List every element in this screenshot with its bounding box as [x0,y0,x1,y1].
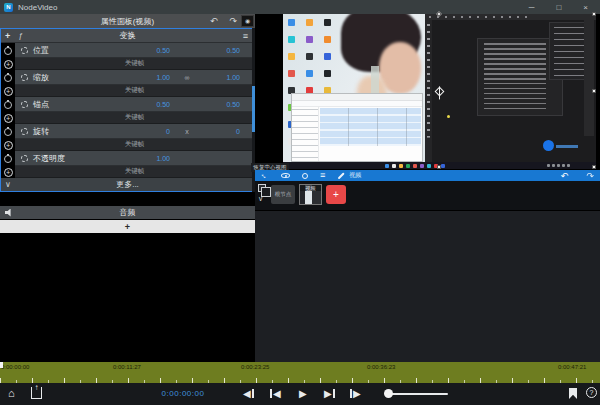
jump-start-button[interactable]: ◀ [270,387,281,400]
chevron-down-icon[interactable]: ∨ [258,195,263,203]
property-row-position: 位置 0.50 0.50 [1,43,254,58]
title-bar: N NodeVideo ─ □ × [0,0,600,14]
undo-button[interactable]: ↶ [560,171,568,181]
stopwatch-icon[interactable] [4,128,12,136]
gear-icon[interactable] [21,74,28,81]
eye-icon[interactable] [281,173,290,178]
video-preview[interactable]: 恢复中心视图 [255,14,600,170]
video-clip-thumbnail[interactable]: 视频 [299,184,322,205]
keyframe-row: + 关键帧 [1,166,254,178]
value-field[interactable]: 1.00 [116,155,170,162]
value-x-field[interactable]: 1.00 [116,74,170,81]
timeline-ruler[interactable]: 0:00:00:00 0:00:11:27 0:00:23:25 0:00:36… [0,362,600,383]
handle-bottom-right[interactable] [592,165,596,169]
prev-frame-button[interactable]: ◀ [243,387,254,400]
value-y-field[interactable]: 0 [204,128,240,135]
speed-slider-knob[interactable] [384,389,393,398]
close-button[interactable]: × [583,3,588,12]
transform-section: + ƒ 变换 ≡ 位置 0.50 0.50 + 关键帧 [0,28,255,192]
video-content-dark-app [425,14,596,162]
add-keyframe-icon[interactable]: + [4,60,13,69]
home-button[interactable]: ⌂ [8,387,15,400]
explorer-titlebar [292,94,422,101]
menu-icon[interactable]: ≡ [320,171,325,180]
more-label: 更多... [1,179,254,190]
stopwatch-icon[interactable] [4,155,12,163]
property-label: 旋转 [33,126,116,137]
pen-icon[interactable] [338,172,345,179]
gear-icon[interactable] [21,101,28,108]
gear-icon[interactable] [21,47,28,54]
preview-toolbar: ↔ ≡ 视频 ↶ ↷ [255,170,600,181]
next-frame-button[interactable]: ▶ [350,387,361,400]
handle-right-middle[interactable] [592,89,596,93]
mask-circle-icon[interactable] [302,173,308,179]
keyframe-label[interactable]: 关键帧 [125,86,145,95]
playhead[interactable] [0,362,3,368]
chevron-down-icon: ∨ [5,180,11,189]
undo-button[interactable]: ↶ [210,16,218,26]
keyframe-label[interactable]: 关键帧 [125,113,145,122]
menu-icon[interactable]: ≡ [243,31,248,41]
property-label: 位置 [33,45,116,56]
value-y-field[interactable]: 0.50 [204,101,240,108]
speed-slider-track[interactable] [388,393,448,395]
explorer-nav-pane [292,107,319,161]
redo-button[interactable]: ↷ [586,171,594,181]
value-x-field[interactable]: 0 [116,128,170,135]
transform-section-header[interactable]: + ƒ 变换 ≡ [1,29,254,43]
help-button[interactable]: ? [586,387,597,398]
keyframe-label[interactable]: 关键帧 [125,167,145,176]
handle-bottom-center[interactable] [437,165,441,169]
add-effect-button[interactable]: + [0,220,255,233]
bookmark-icon[interactable] [569,388,577,399]
handle-top-right[interactable] [592,12,596,16]
root-node-button[interactable]: 根节点 [271,185,295,204]
fx-icon[interactable]: ƒ [18,31,22,40]
keyframe-row: + 关键帧 [1,85,254,97]
property-label: 缩放 [33,72,116,83]
layers-icon[interactable] [258,184,266,192]
anchor-point-dot[interactable] [447,115,450,118]
dark-app-toolbar [425,20,432,162]
redo-button[interactable]: ↷ [229,16,237,26]
add-keyframe-icon[interactable]: + [4,168,13,177]
value-y-field[interactable]: 1.00 [204,74,240,81]
video-content-desktop [283,14,425,162]
add-keyframe-icon[interactable]: + [4,87,13,96]
pen-tool-label: 视频 [349,171,361,180]
add-keyframe-icon[interactable]: + [4,114,13,123]
keyframe-label[interactable]: 关键帧 [125,59,145,68]
gear-icon[interactable] [21,155,28,162]
audio-section-header[interactable]: 音频 [0,206,255,219]
video-blue-text [556,145,578,148]
timeline-tracks-area[interactable] [255,210,600,362]
snapshot-button[interactable]: ◉ [241,15,254,27]
stopwatch-icon[interactable] [4,47,12,55]
jump-end-button[interactable]: ▶ [324,387,335,400]
property-row-rotation: 旋转 0 x 0 [1,124,254,139]
pan-icon[interactable]: ↔ [258,170,269,181]
maximize-button[interactable]: □ [556,3,561,12]
stopwatch-icon[interactable] [4,101,12,109]
minimize-button[interactable]: ─ [529,3,535,12]
play-button[interactable]: ▶ [299,387,307,400]
stopwatch-icon[interactable] [4,74,12,82]
more-row[interactable]: ∨ 更多... [1,178,254,191]
add-node-button[interactable]: + [326,185,346,204]
properties-panel: 属性面板(视频) ↶ ↷ ◉ + ƒ 变换 ≡ 位置 0.50 [0,14,255,405]
value-separator: x [170,128,204,135]
value-x-field[interactable]: 0.50 [116,101,170,108]
add-keyframe-icon[interactable]: + [4,141,13,150]
export-button[interactable]: ↑ [31,387,42,399]
link-icon[interactable]: ∞ [170,74,204,81]
move-icon[interactable]: + [5,31,10,41]
properties-panel-header: 属性面板(视频) ↶ ↷ [0,14,255,28]
value-y-field[interactable]: 0.50 [204,47,240,54]
reverse-icon: ◀ [243,387,251,400]
transport-bar: ⌂ ↑ 0:00:00:00 ◀ ◀ ▶ ▶ ▶ ? [0,383,600,405]
value-x-field[interactable]: 0.50 [116,47,170,54]
gear-icon[interactable] [21,128,28,135]
nodevideo-app: N NodeVideo ─ □ × 属性面板(视频) ↶ ↷ ◉ + ƒ 变换 … [0,0,600,405]
keyframe-label[interactable]: 关键帧 [125,140,145,149]
